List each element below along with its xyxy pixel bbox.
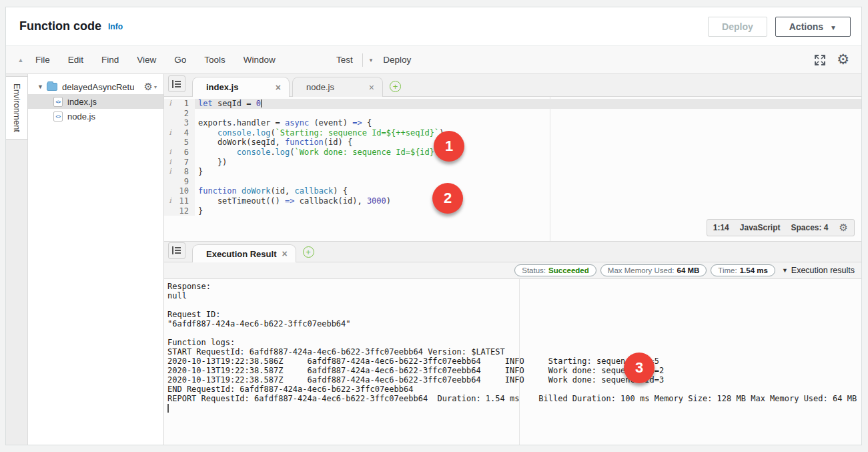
line-number: 4 — [176, 128, 195, 138]
language-mode[interactable]: JavaScript — [740, 223, 781, 232]
close-tab-icon[interactable]: × — [369, 82, 374, 93]
log-line: Request ID: — [167, 310, 861, 319]
info-annotation-icon[interactable]: i — [164, 99, 176, 109]
execution-results-toggle[interactable]: ▼ Execution results — [782, 266, 855, 275]
code-line[interactable]: let seqId = 0 — [195, 99, 861, 109]
line-number: 8 — [176, 167, 195, 177]
code-line[interactable] — [195, 109, 861, 119]
tab-list-icon[interactable] — [168, 242, 185, 259]
code-line[interactable]: console.log(`Work done: sequence Id=${id… — [195, 148, 861, 158]
code-line[interactable]: doWork(seqId, function(id) { — [195, 138, 861, 148]
js-file-icon: <> — [53, 111, 63, 122]
info-annotation-icon[interactable]: i — [164, 196, 176, 206]
close-tab-icon[interactable]: × — [282, 248, 287, 259]
collapse-pane-icon[interactable]: ▲ — [6, 57, 35, 63]
menu-view[interactable]: View — [137, 55, 156, 65]
log-line: 2020-10-13T19:22:38.587Z 6afdf887-424a-4… — [167, 366, 861, 375]
info-annotation-icon[interactable]: i — [164, 167, 176, 177]
status-badge: Status: Succeeded — [514, 264, 596, 276]
log-line: END RequestId: 6afdf887-424a-4ec6-b622-3… — [167, 385, 861, 394]
tab-indexjs[interactable]: index.js × — [192, 77, 290, 97]
code-row: i11 setTimeout(() => callback(id), 3000) — [164, 196, 861, 206]
log-line: 2020-10-13T19:22:38.587Z 6afdf887-424a-4… — [167, 375, 861, 385]
menu-window[interactable]: Window — [244, 55, 276, 65]
info-annotation-icon[interactable]: i — [164, 158, 176, 168]
code-line[interactable] — [195, 177, 861, 187]
print-margin-line — [519, 279, 520, 445]
code-row: 2 — [164, 109, 861, 119]
menu-file[interactable]: File — [35, 55, 50, 65]
code-lines: i1let seqId = 023exports.handler = async… — [164, 99, 861, 216]
file-name: index.js — [67, 97, 97, 107]
tab-label: node.js — [306, 82, 334, 92]
close-tab-icon[interactable]: × — [276, 82, 281, 93]
tab-list-icon[interactable] — [168, 75, 185, 92]
line-number: 11 — [176, 196, 195, 206]
code-line[interactable]: console.log(`Starting: sequence Id=${++s… — [195, 128, 861, 138]
log-line: Function logs: — [167, 338, 861, 347]
execution-badge-row: Status: Succeeded Max Memory Used: 64 MB… — [164, 262, 861, 279]
function-code-card: Function code Info Deploy Actions▼ ▲ Fil… — [5, 7, 862, 445]
code-row: 5 doWork(seqId, function(id) { — [164, 138, 861, 148]
menu-test[interactable]: Test — [336, 55, 353, 65]
chevron-down-icon: ▾ — [154, 84, 157, 90]
menu-go[interactable]: Go — [174, 55, 186, 65]
info-link[interactable]: Info — [108, 22, 123, 31]
gutter-spacer — [164, 138, 176, 148]
cursor-position[interactable]: 1:14 — [713, 223, 729, 232]
line-number: 9 — [176, 177, 195, 187]
code-line[interactable]: }) — [195, 158, 861, 168]
menu-find[interactable]: Find — [101, 55, 119, 65]
new-tab-icon[interactable]: + — [390, 81, 401, 92]
code-line[interactable]: } — [195, 167, 861, 177]
deploy-button[interactable]: Deploy — [708, 17, 767, 37]
code-line[interactable]: setTimeout(() => callback(id), 3000) — [195, 196, 861, 206]
log-line: 2020-10-13T19:22:38.586Z 6afdf887-424a-4… — [167, 357, 861, 366]
fullscreen-icon[interactable] — [814, 54, 826, 66]
settings-gear-icon[interactable]: ⚙ — [837, 53, 849, 67]
test-dropdown-icon[interactable]: ▾ — [370, 57, 373, 63]
line-number: 10 — [176, 186, 195, 196]
folder-icon — [47, 83, 57, 91]
tree-file-nodejs[interactable]: <> node.js — [28, 109, 163, 124]
folder-actions-button[interactable]: ⚙ ▾ — [144, 81, 163, 93]
page-title: Function code — [19, 19, 101, 33]
editor-status-bar: 1:14 JavaScript Spaces: 4 ⚙ — [707, 219, 855, 236]
new-tab-icon[interactable]: + — [303, 246, 314, 258]
info-annotation-icon[interactable]: i — [164, 128, 176, 138]
info-annotation-icon[interactable]: i — [164, 148, 176, 158]
code-editor[interactable]: i1let seqId = 023exports.handler = async… — [164, 97, 861, 242]
tree-file-indexjs[interactable]: <> index.js — [28, 94, 163, 109]
line-number: 2 — [176, 109, 195, 119]
line-number: 7 — [176, 158, 195, 168]
tab-nodejs[interactable]: node.js × — [292, 77, 383, 97]
tree-folder-row[interactable]: ▼ delayedAsyncReturn ⚙ ▾ — [28, 79, 163, 94]
folder-disclosure-icon[interactable]: ▼ — [37, 83, 47, 90]
log-line: Response: — [167, 282, 861, 291]
code-line[interactable]: function doWork(id, callback) { — [195, 186, 861, 196]
menu-tools[interactable]: Tools — [204, 55, 226, 65]
code-line[interactable]: } — [195, 206, 861, 216]
annotation-circle-2: 2 — [432, 183, 463, 214]
code-row: 10function doWork(id, callback) { — [164, 186, 861, 196]
code-row: 12} — [164, 206, 861, 216]
log-line: "6afdf887-424a-4ec6-b622-3ffc07eebb64" — [167, 319, 861, 328]
code-line[interactable]: exports.handler = async (event) => { — [195, 118, 861, 128]
log-line: START RequestId: 6afdf887-424a-4ec6-b622… — [167, 347, 861, 357]
indentation-setting[interactable]: Spaces: 4 — [791, 223, 829, 232]
menu-deploy[interactable]: Deploy — [383, 55, 411, 65]
lambda-function-code-page: Function code Info Deploy Actions▼ ▲ Fil… — [0, 0, 868, 452]
environment-tab[interactable]: Environment — [6, 76, 28, 140]
file-name: node.js — [67, 111, 95, 122]
text-cursor — [261, 99, 262, 107]
editor-settings-gear-icon[interactable]: ⚙ — [839, 222, 848, 234]
code-row: i6 console.log(`Work done: sequence Id=$… — [164, 148, 861, 158]
execution-log[interactable]: Response:null Request ID:"6afdf887-424a-… — [164, 279, 861, 445]
tab-execution-result[interactable]: Execution Result × — [192, 244, 296, 262]
memory-badge: Max Memory Used: 64 MB — [600, 264, 707, 276]
actions-button[interactable]: Actions▼ — [775, 17, 851, 37]
menu-edit[interactable]: Edit — [68, 55, 83, 65]
menubar: ▲ File Edit Find View Go Tools Window Te… — [6, 45, 861, 74]
log-line — [167, 328, 861, 338]
divider — [362, 53, 363, 67]
